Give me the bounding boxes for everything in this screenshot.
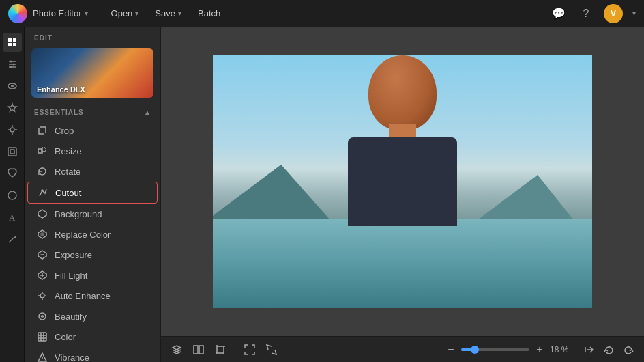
- color-icon: [37, 331, 48, 342]
- help-icon-button[interactable]: ?: [576, 4, 596, 23]
- sidebar-item-rotate-label: Rotate: [55, 167, 80, 177]
- svg-rect-51: [217, 346, 224, 353]
- zoom-in-button[interactable]: +: [532, 342, 547, 357]
- nav-open[interactable]: Open ▾: [104, 5, 146, 21]
- layers-button[interactable]: [168, 341, 186, 359]
- sidebar-item-crop[interactable]: Crop: [27, 120, 158, 141]
- water: [213, 219, 592, 308]
- auto-enhance-icon: [37, 290, 48, 301]
- user-avatar[interactable]: V: [604, 4, 623, 23]
- rail-pen-icon[interactable]: [3, 229, 22, 249]
- sidebar-item-replace-color[interactable]: Replace Color: [27, 224, 158, 245]
- app-title-group[interactable]: Photo Editor ▾: [33, 8, 88, 18]
- exposure-icon: [37, 249, 48, 260]
- zoom-percent: 18 %: [550, 345, 572, 354]
- svg-point-25: [42, 190, 43, 191]
- main-layout: A EDIT Enhance DLX ESSENTIALS ▲ Crop: [0, 27, 644, 362]
- rotate-icon: [37, 166, 48, 177]
- svg-rect-1: [13, 38, 16, 42]
- sidebar-item-background[interactable]: Background: [27, 204, 158, 224]
- sidebar-item-fill-light[interactable]: Fill Light: [27, 265, 158, 286]
- rail-eye-icon[interactable]: [3, 76, 22, 96]
- svg-rect-3: [13, 43, 16, 46]
- canvas-area: − + 18 %: [161, 27, 644, 362]
- sidebar-item-color[interactable]: Color: [27, 326, 158, 347]
- sidebar-item-vibrance-label: Vibrance: [55, 352, 89, 363]
- sidebar-item-rotate[interactable]: Rotate: [27, 161, 158, 182]
- crop-icon: [37, 125, 48, 136]
- sidebar-item-auto-enhance-label: Auto Enhance: [55, 291, 111, 301]
- undo-button[interactable]: [600, 341, 618, 359]
- svg-rect-49: [194, 346, 198, 354]
- expand-button[interactable]: [263, 341, 280, 359]
- svg-rect-2: [8, 43, 12, 46]
- avatar-dropdown-arrow: ▾: [632, 10, 636, 17]
- svg-text:A: A: [9, 212, 16, 223]
- svg-rect-19: [10, 150, 14, 154]
- vibrance-icon: [37, 352, 48, 362]
- sidebar-item-background-label: Background: [55, 209, 102, 219]
- sidebar-item-replace-color-label: Replace Color: [55, 229, 111, 240]
- svg-line-22: [9, 238, 14, 242]
- svg-point-13: [10, 128, 14, 132]
- sidebar-item-cutout-label: Cutout: [55, 188, 81, 198]
- person: [341, 55, 464, 226]
- sidebar-item-vibrance[interactable]: Vibrance: [27, 347, 158, 362]
- sidebar-item-resize-label: Resize: [55, 146, 82, 156]
- nav-batch[interactable]: Batch: [191, 5, 227, 21]
- mountain-left: [213, 165, 336, 226]
- icon-rail: A: [0, 27, 25, 362]
- svg-rect-0: [8, 38, 12, 42]
- sidebar-item-auto-enhance[interactable]: Auto Enhance: [27, 286, 158, 306]
- fullscreen-button[interactable]: [241, 341, 259, 359]
- rail-circle-icon[interactable]: [3, 186, 22, 205]
- share-button[interactable]: [581, 341, 599, 359]
- zoom-controls: − + 18 %: [443, 342, 572, 357]
- svg-point-40: [39, 313, 46, 320]
- rail-effects-icon[interactable]: [3, 120, 22, 139]
- sidebar-item-color-label: Color: [55, 332, 76, 342]
- svg-rect-50: [199, 346, 203, 354]
- compare-button[interactable]: [190, 341, 207, 359]
- rail-heart-icon[interactable]: [3, 164, 22, 183]
- essentials-section-header[interactable]: ESSENTIALS ▲: [25, 105, 160, 120]
- canvas-image: [213, 55, 592, 308]
- app-logo[interactable]: [8, 4, 27, 23]
- crop-tool-button[interactable]: [211, 341, 229, 359]
- sidebar-item-beautify[interactable]: Beautify: [27, 306, 158, 326]
- rail-edit-icon[interactable]: [3, 33, 22, 52]
- svg-rect-18: [8, 148, 16, 156]
- person-body: [348, 137, 457, 226]
- zoom-slider-thumb: [471, 346, 479, 354]
- edit-label: EDIT: [25, 27, 160, 46]
- fill-light-icon: [37, 270, 48, 281]
- svg-marker-12: [8, 104, 16, 111]
- background-icon: [37, 208, 48, 219]
- preset-card[interactable]: Enhance DLX: [31, 48, 153, 98]
- canvas-wrapper[interactable]: [161, 27, 644, 336]
- rail-sliders-icon[interactable]: [3, 55, 22, 74]
- sidebar-item-fill-light-label: Fill Light: [55, 270, 87, 281]
- mountain-right: [469, 175, 579, 226]
- essentials-chevron: ▲: [144, 109, 151, 116]
- nav-save[interactable]: Save ▾: [148, 5, 188, 21]
- redo-button[interactable]: [619, 341, 637, 359]
- sidebar-item-cutout[interactable]: Cutout: [27, 182, 158, 204]
- topbar: Photo Editor ▾ Open ▾ Save ▾ Batch 💬 ? V…: [0, 0, 644, 27]
- svg-point-11: [11, 85, 14, 87]
- rail-frame-icon[interactable]: [3, 142, 22, 161]
- sidebar-item-resize[interactable]: Resize: [27, 141, 158, 161]
- rail-star-icon[interactable]: [3, 98, 22, 117]
- sidebar-item-exposure-label: Exposure: [55, 250, 92, 260]
- svg-rect-41: [38, 333, 46, 341]
- svg-point-5: [10, 61, 12, 63]
- replace-color-icon: [37, 229, 48, 240]
- svg-point-39: [40, 294, 44, 298]
- svg-marker-26: [38, 210, 46, 218]
- chat-icon-button[interactable]: 💬: [549, 4, 568, 23]
- sidebar-item-exposure[interactable]: Exposure: [27, 245, 158, 265]
- svg-point-28: [41, 233, 44, 236]
- zoom-out-button[interactable]: −: [443, 342, 458, 357]
- rail-text-icon[interactable]: A: [3, 208, 22, 227]
- zoom-slider[interactable]: [461, 348, 529, 351]
